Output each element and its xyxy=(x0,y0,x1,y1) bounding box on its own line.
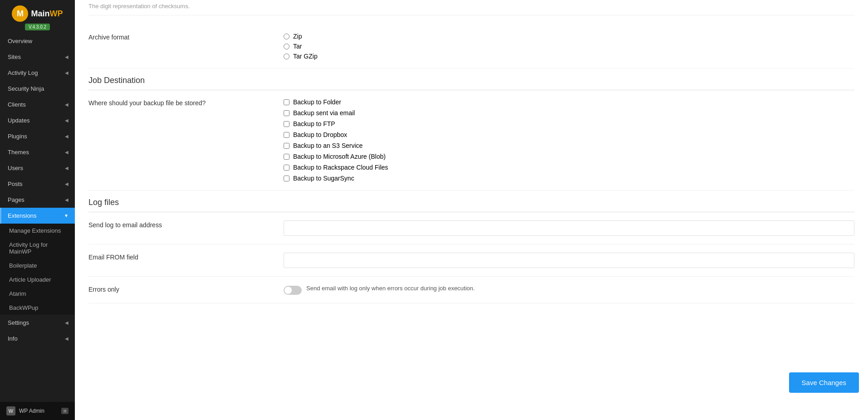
sidebar-item-updates[interactable]: Updates ◀ xyxy=(0,112,75,128)
sidebar-item-users[interactable]: Users ◀ xyxy=(0,160,75,176)
checkbox-rackspace-label: Backup to Rackspace Cloud Files xyxy=(293,164,388,171)
sidebar-item-label: Settings xyxy=(8,319,29,326)
chevron-icon: ◀ xyxy=(65,197,69,202)
toggle-container: Send email with log only when errors occ… xyxy=(284,285,854,295)
job-destination-controls: Backup to Folder Backup sent via email B… xyxy=(284,98,854,182)
checkbox-ftp-input[interactable] xyxy=(284,121,289,127)
sidebar-item-extensions[interactable]: Extensions ▼ xyxy=(0,208,75,224)
errors-only-desc: Send email with log only when errors occ… xyxy=(306,285,475,292)
checkbox-folder-input[interactable] xyxy=(284,99,289,105)
chevron-icon: ◀ xyxy=(65,166,69,171)
sidebar-item-pages[interactable]: Pages ◀ xyxy=(0,192,75,208)
radio-group: Zip Tar Tar GZip xyxy=(284,33,854,60)
checkbox-sugarsync-label: Backup to SugarSync xyxy=(293,175,354,182)
sidebar-sub-item-activity-log-mainwp[interactable]: Activity Log for MainWP xyxy=(0,238,75,259)
chevron-icon: ◀ xyxy=(65,336,69,341)
sidebar-item-label: Activity Log xyxy=(8,69,38,76)
checkbox-dropbox-label: Backup to Dropbox xyxy=(293,131,347,138)
sidebar-item-security-ninja[interactable]: Security Ninja xyxy=(0,81,75,97)
toggle-knob xyxy=(284,287,292,294)
chevron-icon: ◀ xyxy=(65,320,69,325)
send-log-row: Send log to email address xyxy=(88,212,854,244)
checkbox-rackspace[interactable]: Backup to Rackspace Cloud Files xyxy=(284,164,854,171)
radio-tar-gzip-input[interactable] xyxy=(284,54,289,59)
email-from-label: Email FROM field xyxy=(88,253,284,261)
checkbox-email-input[interactable] xyxy=(284,110,289,116)
archive-format-controls: Zip Tar Tar GZip xyxy=(284,33,854,60)
sidebar-sub-item-manage-extensions[interactable]: Manage Extensions xyxy=(0,224,75,238)
sidebar-sub-item-article-uploader[interactable]: Article Uploader xyxy=(0,273,75,287)
sidebar-sub-item-boilerplate[interactable]: Boilerplate xyxy=(0,259,75,273)
job-destination-row: Where should your backup file be stored?… xyxy=(88,90,854,190)
sidebar-item-themes[interactable]: Themes ◀ xyxy=(0,144,75,160)
checkbox-sugarsync[interactable]: Backup to SugarSync xyxy=(284,175,854,182)
sidebar-item-label: Clients xyxy=(8,101,26,108)
checkbox-dropbox-input[interactable] xyxy=(284,132,289,138)
errors-only-controls: Send email with log only when errors occ… xyxy=(284,285,854,295)
checkbox-azure-input[interactable] xyxy=(284,154,289,160)
checkbox-s3[interactable]: Backup to an S3 Service xyxy=(284,142,854,149)
sidebar-item-sites[interactable]: Sites ◀ xyxy=(0,49,75,65)
wp-admin-label: WP Admin xyxy=(19,408,44,414)
sidebar-sub-item-atarim[interactable]: Atarim xyxy=(0,287,75,301)
radio-zip-label: Zip xyxy=(293,33,302,40)
archive-format-row: Archive format Zip Tar Tar GZip xyxy=(88,24,854,68)
checkbox-azure[interactable]: Backup to Microsoft Azure (Blob) xyxy=(284,153,854,160)
chevron-icon: ◀ xyxy=(65,118,69,123)
logo-icon: M xyxy=(12,5,28,22)
checkbox-s3-label: Backup to an S3 Service xyxy=(293,142,363,149)
chevron-icon: ▼ xyxy=(64,213,69,218)
content-area: The digit representation of checksums. A… xyxy=(75,0,868,420)
checkbox-email[interactable]: Backup sent via email xyxy=(284,109,854,117)
sidebar-item-posts[interactable]: Posts ◀ xyxy=(0,176,75,192)
sidebar-item-plugins[interactable]: Plugins ◀ xyxy=(0,128,75,144)
sidebar-item-settings[interactable]: Settings ◀ xyxy=(0,315,75,331)
chevron-icon: ◀ xyxy=(65,54,69,59)
main-content: The digit representation of checksums. A… xyxy=(75,0,868,420)
wp-admin-bar[interactable]: W WP Admin ⧈ xyxy=(0,402,75,420)
checkbox-folder-label: Backup to Folder xyxy=(293,98,341,106)
email-from-input[interactable] xyxy=(284,253,854,268)
email-from-controls xyxy=(284,253,854,268)
sidebar-item-info[interactable]: Info ◀ xyxy=(0,331,75,347)
checkbox-sugarsync-input[interactable] xyxy=(284,176,289,181)
checkbox-rackspace-input[interactable] xyxy=(284,165,289,171)
send-log-label: Send log to email address xyxy=(88,220,284,229)
save-button[interactable]: Save Changes xyxy=(789,372,859,393)
send-log-input[interactable] xyxy=(284,220,854,236)
checkbox-azure-label: Backup to Microsoft Azure (Blob) xyxy=(293,153,386,160)
sidebar-item-clients[interactable]: Clients ◀ xyxy=(0,97,75,112)
chevron-icon: ◀ xyxy=(65,181,69,186)
radio-tar[interactable]: Tar xyxy=(284,43,854,50)
checkbox-email-label: Backup sent via email xyxy=(293,109,355,117)
logo-area: M MainWP V.4.3.0.2 xyxy=(0,0,75,33)
checkbox-ftp[interactable]: Backup to FTP xyxy=(284,120,854,127)
checkbox-ftp-label: Backup to FTP xyxy=(293,120,335,127)
send-log-controls xyxy=(284,220,854,236)
sidebar-item-label: Sites xyxy=(8,54,21,60)
checkbox-s3-input[interactable] xyxy=(284,143,289,149)
sidebar-item-overview[interactable]: Overview xyxy=(0,33,75,49)
sidebar: M MainWP V.4.3.0.2 Overview Sites ◀ Acti… xyxy=(0,0,75,420)
version-badge: V.4.3.0.2 xyxy=(25,24,50,30)
chevron-icon: ◀ xyxy=(65,70,69,75)
sidebar-item-activity-log[interactable]: Activity Log ◀ xyxy=(0,65,75,81)
radio-tar-label: Tar xyxy=(293,43,302,50)
sidebar-item-label: Plugins xyxy=(8,133,27,140)
save-button-container: Save Changes xyxy=(789,372,859,393)
radio-tar-gzip-label: Tar GZip xyxy=(293,53,318,60)
sidebar-item-label: Themes xyxy=(8,149,29,156)
sidebar-item-label: Pages xyxy=(8,196,25,203)
radio-zip-input[interactable] xyxy=(284,34,289,39)
radio-tar-input[interactable] xyxy=(284,44,289,49)
checkbox-folder[interactable]: Backup to Folder xyxy=(284,98,854,106)
logo-text: MainWP xyxy=(31,9,63,19)
chevron-icon: ◀ xyxy=(65,102,69,107)
chevron-icon: ◀ xyxy=(65,150,69,155)
radio-zip[interactable]: Zip xyxy=(284,33,854,40)
errors-only-toggle[interactable] xyxy=(284,286,302,295)
checkbox-dropbox[interactable]: Backup to Dropbox xyxy=(284,131,854,138)
sidebar-item-label: Posts xyxy=(8,181,23,187)
sidebar-sub-item-backwpup[interactable]: BackWPup xyxy=(0,301,75,315)
radio-tar-gzip[interactable]: Tar GZip xyxy=(284,53,854,60)
